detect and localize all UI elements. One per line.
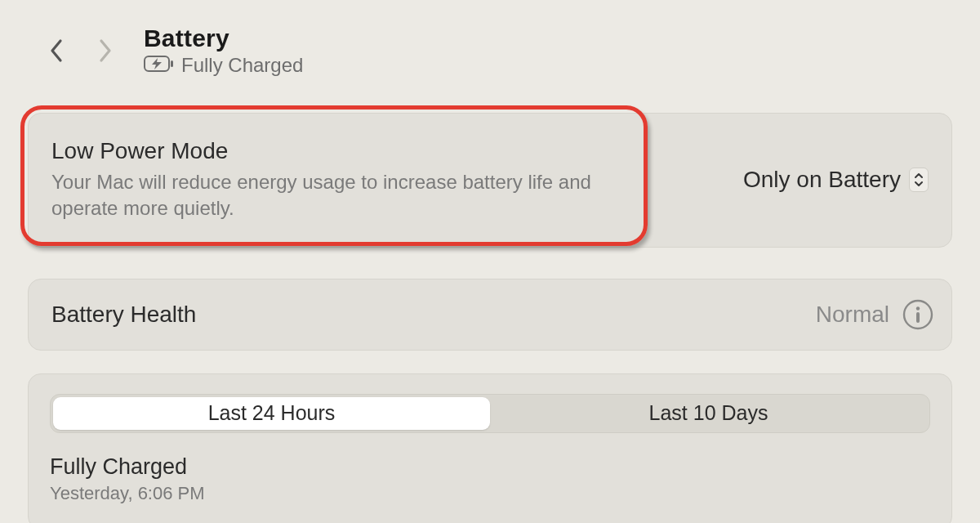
- low-power-description: Your Mac will reduce energy usage to inc…: [51, 169, 639, 222]
- svg-marker-2: [152, 58, 162, 69]
- header: Battery Fully Charged: [28, 20, 952, 96]
- info-button[interactable]: [902, 299, 933, 330]
- svg-rect-1: [171, 60, 173, 67]
- charge-status-title: Fully Charged: [50, 454, 930, 480]
- time-range-segmented-control: Last 24 Hours Last 10 Days: [50, 394, 930, 433]
- low-power-section: Low Power Mode Your Mac will reduce ener…: [28, 113, 952, 248]
- low-power-card: Low Power Mode Your Mac will reduce ener…: [28, 113, 952, 248]
- nav-arrows: [49, 38, 113, 63]
- low-power-dropdown[interactable]: Only on Battery: [743, 167, 929, 193]
- battery-health-status: Normal: [816, 302, 889, 328]
- header-titles: Battery Fully Charged: [144, 25, 303, 77]
- battery-charging-icon: [144, 56, 173, 75]
- page-subtitle: Fully Charged: [181, 54, 303, 77]
- page-title: Battery: [144, 25, 303, 52]
- dropdown-stepper-icon: [909, 168, 929, 192]
- tab-last-24-hours[interactable]: Last 24 Hours: [53, 397, 490, 430]
- forward-button[interactable]: [98, 38, 113, 63]
- tab-last-10-days[interactable]: Last 10 Days: [490, 397, 927, 430]
- low-power-value: Only on Battery: [743, 167, 901, 193]
- charge-status-time: Yesterday, 6:06 PM: [50, 483, 930, 504]
- back-button[interactable]: [49, 38, 64, 63]
- svg-rect-5: [916, 312, 920, 323]
- low-power-title: Low Power Mode: [51, 138, 639, 164]
- svg-point-4: [916, 306, 920, 310]
- battery-health-card: Battery Health Normal: [28, 279, 952, 351]
- usage-card: Last 24 Hours Last 10 Days Fully Charged…: [28, 373, 952, 523]
- battery-health-title: Battery Health: [51, 302, 196, 328]
